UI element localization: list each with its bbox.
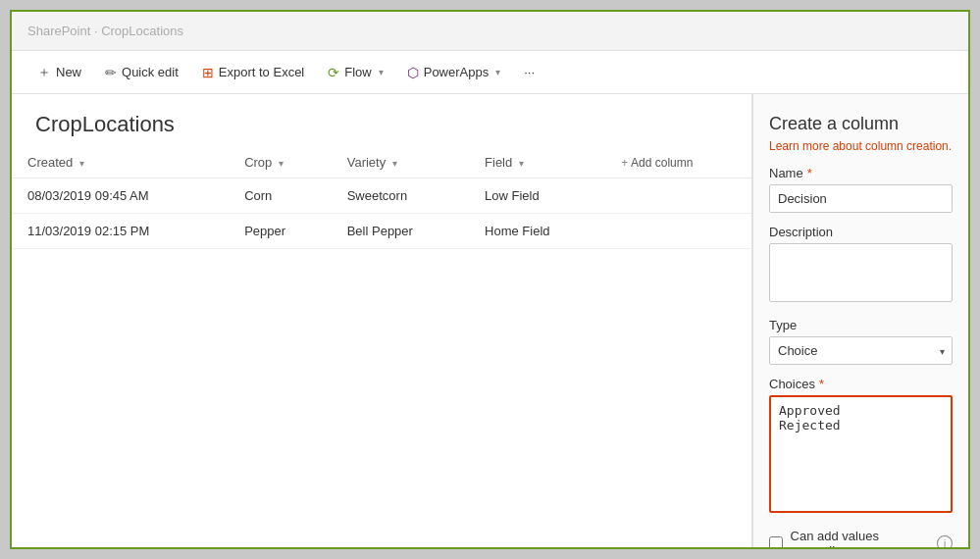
cell-extra-2 (605, 214, 751, 249)
more-label: ··· (524, 65, 535, 79)
description-label: Description (769, 225, 953, 239)
sort-icon-variety: ▾ (392, 158, 397, 169)
choices-required-star: * (819, 377, 824, 391)
cell-created-1: 08/03/2019 09:45 AM (12, 178, 229, 214)
type-field-group: Type Choice Text Number Date and Time Pe… (769, 318, 953, 365)
col-crop[interactable]: Crop ▾ (229, 147, 332, 178)
quick-edit-label: Quick edit (122, 65, 179, 79)
flow-chevron-icon: ▾ (379, 67, 384, 77)
list-title: CropLocations (12, 94, 751, 147)
export-label: Export to Excel (219, 65, 304, 79)
type-select[interactable]: Choice Text Number Date and Time Person … (769, 336, 953, 365)
can-add-manually-label: Can add values manually (791, 529, 930, 547)
table-header-row: Created ▾ Crop ▾ Variety ▾ Field (12, 147, 751, 178)
can-add-manually-checkbox[interactable] (769, 536, 783, 547)
main-area: CropLocations Created ▾ Crop ▾ Variety (12, 94, 968, 547)
choices-textarea[interactable]: Approved Rejected (769, 395, 953, 513)
table-row: 11/03/2019 02:15 PM Pepper Bell Pepper H… (12, 214, 751, 249)
description-field-group: Description (769, 225, 953, 306)
sort-icon-crop: ▾ (279, 158, 284, 169)
sort-icon-created: ▾ (79, 158, 84, 169)
header-title: SharePoint · CropLocations (27, 24, 183, 38)
flow-label: Flow (344, 65, 371, 79)
create-column-panel: Create a column Learn more about column … (752, 94, 968, 547)
name-input[interactable] (769, 184, 953, 213)
export-button[interactable]: ⊞ Export to Excel (192, 59, 314, 86)
description-textarea[interactable] (769, 243, 953, 302)
new-button[interactable]: ＋ New (27, 58, 91, 87)
powerapps-label: PowerApps (424, 65, 489, 79)
powerapps-chevron-icon: ▾ (495, 67, 500, 77)
panel-title: Create a column (769, 114, 953, 134)
more-button[interactable]: ··· (514, 59, 544, 85)
choices-field-group: Choices * Approved Rejected (769, 377, 953, 517)
cell-crop-2: Pepper (229, 214, 332, 249)
name-label: Name * (769, 166, 953, 180)
app-frame: SharePoint · CropLocations ＋ New ✏ Quick… (10, 10, 970, 549)
choices-label: Choices * (769, 377, 953, 391)
excel-icon: ⊞ (202, 65, 214, 80)
plus-icon: ＋ (37, 64, 51, 81)
info-icon[interactable]: i (937, 535, 953, 547)
powerapps-button[interactable]: ⬡ PowerApps ▾ (397, 59, 510, 86)
list-area: CropLocations Created ▾ Crop ▾ Variety (12, 94, 752, 547)
toolbar: ＋ New ✏ Quick edit ⊞ Export to Excel ⟳ F… (12, 51, 968, 94)
col-variety[interactable]: Variety ▾ (332, 147, 469, 178)
sort-icon-field: ▾ (519, 158, 524, 169)
type-label: Type (769, 318, 953, 332)
add-col-label: Add column (631, 156, 693, 170)
list-table: Created ▾ Crop ▾ Variety ▾ Field (12, 147, 751, 249)
learn-more-link[interactable]: Learn more about column creation. (769, 139, 952, 153)
quick-edit-button[interactable]: ✏ Quick edit (95, 59, 188, 86)
cell-field-2: Home Field (469, 214, 605, 249)
cell-crop-1: Corn (229, 178, 332, 214)
col-variety-label: Variety (347, 155, 387, 170)
cell-variety-2: Bell Pepper (332, 214, 469, 249)
col-created-label: Created (27, 155, 73, 170)
flow-button[interactable]: ⟳ Flow ▾ (318, 59, 392, 86)
type-select-wrapper: Choice Text Number Date and Time Person … (769, 336, 953, 365)
edit-icon: ✏ (105, 65, 117, 80)
cell-variety-1: Sweetcorn (332, 178, 469, 214)
table-row: 08/03/2019 09:45 AM Corn Sweetcorn Low F… (12, 178, 751, 214)
col-created[interactable]: Created ▾ (12, 147, 229, 178)
flow-icon: ⟳ (328, 65, 339, 80)
col-field-label: Field (485, 155, 512, 170)
name-required-star: * (807, 166, 812, 180)
cell-field-1: Low Field (469, 178, 605, 214)
cell-extra-1 (605, 178, 751, 214)
col-crop-label: Crop (244, 155, 272, 170)
can-add-manually-row: Can add values manually i (769, 529, 953, 547)
col-field[interactable]: Field ▾ (469, 147, 605, 178)
name-field-group: Name * (769, 166, 953, 213)
new-label: New (56, 65, 81, 79)
top-header: SharePoint · CropLocations (12, 12, 968, 51)
cell-created-2: 11/03/2019 02:15 PM (12, 214, 229, 249)
add-col-icon: + (621, 156, 628, 170)
powerapps-icon: ⬡ (407, 65, 419, 80)
add-column-button[interactable]: + Add column (605, 147, 751, 178)
